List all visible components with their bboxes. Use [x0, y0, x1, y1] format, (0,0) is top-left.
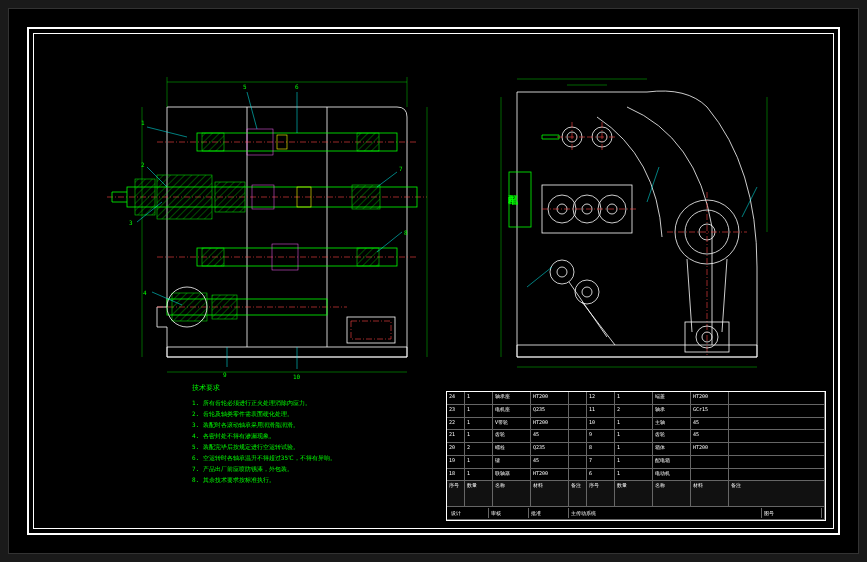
svg-rect-18: [135, 179, 155, 215]
bom-cell: 23: [447, 405, 465, 418]
bom-grid: 241轴承座HT200121端盖HT200231电机座Q235112轴承GCr1…: [447, 392, 825, 520]
bom-cell: 1: [615, 392, 653, 405]
svg-line-93: [647, 167, 659, 202]
bom-cell: [569, 469, 587, 482]
bom-cell: Q235: [531, 405, 569, 418]
bom-cell: Q235: [531, 443, 569, 456]
svg-line-39: [247, 92, 257, 129]
bom-cell: HT200: [531, 418, 569, 431]
bom-cell: [729, 430, 825, 443]
bom-cell: 联轴器: [493, 469, 531, 482]
bom-cell: HT200: [531, 469, 569, 482]
svg-rect-63: [509, 172, 531, 227]
bom-cell: 1: [465, 469, 493, 482]
svg-line-94: [742, 187, 757, 217]
bom-cell: [569, 430, 587, 443]
elevation-view-right: 配电箱: [487, 67, 787, 377]
notes-title: 技术要求: [192, 383, 336, 394]
footer-cell: 主传动系统: [569, 508, 762, 518]
svg-line-95: [527, 267, 552, 287]
footer-cell: 批准: [529, 508, 569, 518]
svg-text:4: 4: [143, 289, 147, 296]
bom-cell: [691, 456, 729, 469]
svg-rect-28: [351, 321, 391, 339]
titleblock-footer: 设计审核批准主传动系统图号: [447, 507, 825, 520]
svg-text:7: 7: [399, 165, 403, 172]
bom-cell: GCr15: [691, 405, 729, 418]
bom-cell: 45: [691, 430, 729, 443]
svg-text:6: 6: [295, 83, 299, 90]
bom-cell: 45: [531, 430, 569, 443]
bom-cell: 名称: [493, 481, 531, 507]
bom-cell: [729, 469, 825, 482]
bom-cell: [691, 469, 729, 482]
bom-cell: 1: [465, 456, 493, 469]
bom-cell: HT200: [691, 443, 729, 456]
footer-cell: 设计: [449, 508, 489, 518]
bom-cell: [569, 456, 587, 469]
footer-cell: 审核: [489, 508, 529, 518]
bom-cell: 24: [447, 392, 465, 405]
bom-cell: 齿轮: [653, 430, 691, 443]
bom-cell: 7: [587, 456, 615, 469]
cad-viewport[interactable]: 1 2 3 4 5 6 7 8 9 10: [8, 8, 859, 554]
bom-cell: [569, 405, 587, 418]
left-view-svg: 1 2 3 4 5 6 7 8 9 10: [97, 57, 457, 387]
svg-point-83: [557, 267, 567, 277]
bom-cell: 8: [587, 443, 615, 456]
svg-line-41: [377, 172, 397, 187]
right-view-svg: 配电箱: [487, 67, 787, 377]
bom-cell: 端盖: [653, 392, 691, 405]
svg-point-84: [575, 280, 599, 304]
bom-cell: [569, 443, 587, 456]
note-line: 6. 空运转时各轴承温升不得超过35℃，不得有异响。: [192, 452, 336, 463]
svg-line-87: [582, 302, 615, 345]
svg-line-42: [377, 232, 402, 252]
bom-cell: 电机座: [493, 405, 531, 418]
note-line: 1. 所有齿轮必须进行正火处理消除内应力。: [192, 397, 336, 408]
bom-cell: 22: [447, 418, 465, 431]
bom-cell: [729, 456, 825, 469]
bom-cell: 1: [615, 430, 653, 443]
bom-cell: 45: [691, 418, 729, 431]
note-line: 8. 其余技术要求按标准执行。: [192, 474, 336, 485]
svg-rect-25: [212, 295, 237, 319]
bom-cell: V带轮: [493, 418, 531, 431]
bom-cell: 20: [447, 443, 465, 456]
bom-cell: 6: [587, 469, 615, 482]
svg-point-85: [582, 287, 592, 297]
svg-text:9: 9: [223, 371, 227, 378]
bom-cell: 材料: [531, 481, 569, 507]
bom-cell: [729, 443, 825, 456]
section-view-left: 1 2 3 4 5 6 7 8 9 10: [97, 57, 457, 387]
svg-text:2: 2: [141, 161, 145, 168]
bom-cell: 箱体: [653, 443, 691, 456]
bom-cell: 材料: [691, 481, 729, 507]
bom-cell: 轴承座: [493, 392, 531, 405]
bom-cell: 1: [615, 456, 653, 469]
bom-cell: 序号: [587, 481, 615, 507]
svg-rect-14: [215, 182, 245, 212]
bom-cell: 名称: [653, 481, 691, 507]
bom-cell: 11: [587, 405, 615, 418]
svg-rect-17: [352, 185, 380, 209]
bom-cell: 12: [587, 392, 615, 405]
bom-cell: 配电箱: [653, 456, 691, 469]
svg-text:3: 3: [129, 219, 133, 226]
svg-rect-20: [202, 248, 224, 266]
svg-rect-24: [172, 293, 207, 321]
bom-cell: 2: [465, 443, 493, 456]
bom-cell: 9: [587, 430, 615, 443]
bom-cell: [729, 392, 825, 405]
svg-rect-13: [157, 175, 212, 219]
bom-cell: 1: [465, 405, 493, 418]
bom-cell: [729, 418, 825, 431]
note-line: 5. 装配完毕后按规定进行空运转试验。: [192, 441, 336, 452]
svg-point-82: [550, 260, 574, 284]
bom-cell: 1: [615, 469, 653, 482]
bom-cell: [569, 418, 587, 431]
svg-rect-9: [357, 133, 379, 151]
bom-cell: 数量: [465, 481, 493, 507]
bom-cell: 序号: [447, 481, 465, 507]
bom-cell: 主轴: [653, 418, 691, 431]
